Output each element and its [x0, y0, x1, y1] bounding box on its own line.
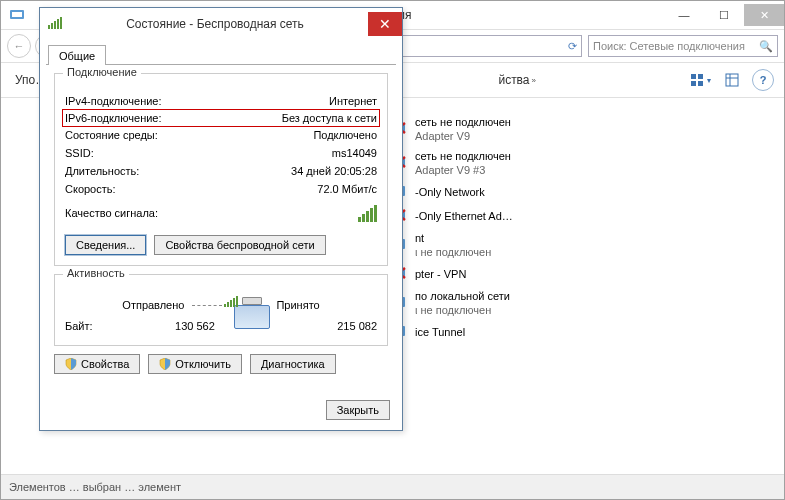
adapter-line1: сеть не подключен	[415, 149, 511, 163]
adapter-line2: ι не подключен	[415, 303, 510, 317]
close-button[interactable]: ✕	[744, 4, 784, 26]
search-box[interactable]: Поиск: Сетевые подключения 🔍	[588, 35, 778, 57]
duration-label: Длительность:	[65, 163, 139, 179]
network-adapter-item[interactable]: по локальной сетиι не подключен	[389, 286, 784, 320]
ipv4-label: IPv4-подключение:	[65, 93, 162, 109]
network-adapter-item[interactable]: сеть не подключенAdapter V9	[389, 112, 784, 146]
dialog-titlebar: Состояние - Беспроводная сеть ✕	[40, 8, 402, 40]
minimize-button[interactable]: —	[664, 4, 704, 26]
app-icon	[9, 7, 25, 23]
adapter-line1: по локальной сети	[415, 289, 510, 303]
connection-group: Подключение IPv4-подключение:Интернет IP…	[54, 73, 388, 266]
shield-icon	[159, 358, 171, 370]
status-bar: Элементов … выбран … элемент	[1, 474, 784, 499]
details-button[interactable]: Сведения...	[65, 235, 146, 255]
speed-label: Скорость:	[65, 181, 116, 197]
activity-group: Активность Отправлено Принято Байт: 130 …	[54, 274, 388, 346]
search-placeholder: Поиск: Сетевые подключения	[593, 40, 759, 52]
ipv6-value: Без доступа к сети	[282, 110, 377, 126]
adapter-line2: Adapter V9 #3	[415, 163, 511, 177]
status-dialog: Состояние - Беспроводная сеть ✕ Общие По…	[39, 7, 403, 431]
shield-icon	[65, 358, 77, 370]
signal-icon	[48, 17, 62, 31]
adapter-line1: сеть не подключен	[415, 115, 511, 129]
bytes-label: Байт:	[65, 318, 93, 334]
activity-line-left	[192, 305, 222, 306]
adapter-text: -Only Ethernet Ad…	[415, 209, 513, 223]
window-controls: — ☐ ✕	[664, 4, 784, 26]
dialog-footer: Закрыть	[40, 390, 402, 430]
view-details-button[interactable]	[720, 68, 744, 92]
network-adapter-item[interactable]: ntι не подключен	[389, 228, 784, 262]
tab-general[interactable]: Общие	[48, 45, 106, 65]
network-connections-window: Сетевые подключения — ☐ ✕ ← → ▾ ↑ ⟳ Поис…	[0, 0, 785, 500]
ssid-label: SSID:	[65, 145, 94, 161]
ipv6-row-highlight: IPv6-подключение:Без доступа к сети	[62, 109, 380, 127]
adapter-text: ntι не подключен	[415, 231, 491, 259]
adapter-text: ice Tunnel	[415, 325, 465, 339]
maximize-button[interactable]: ☐	[704, 4, 744, 26]
speed-value: 72.0 Мбит/с	[317, 181, 377, 197]
signal-quality-bars	[358, 205, 377, 226]
devices-menu[interactable]: йства »	[490, 69, 544, 91]
ipv4-value: Интернет	[329, 93, 377, 109]
dialog-close-button[interactable]: ✕	[368, 12, 402, 36]
properties-button[interactable]: Свойства	[54, 354, 140, 374]
duration-value: 34 дней 20:05:28	[291, 163, 377, 179]
svg-rect-3	[691, 74, 696, 79]
dialog-body: Подключение IPv4-подключение:Интернет IP…	[46, 64, 396, 384]
dialog-tabs: Общие	[40, 40, 402, 64]
adapter-line2: ι не подключен	[415, 245, 491, 259]
bytes-sent: 130 562	[93, 318, 338, 334]
wireless-properties-button[interactable]: Свойства беспроводной сети	[154, 235, 325, 255]
adapter-text: pter - VPN	[415, 267, 466, 281]
adapter-line1: ice Tunnel	[415, 325, 465, 339]
status-text: Элементов … выбран … элемент	[9, 481, 181, 493]
svg-rect-6	[698, 81, 703, 86]
recv-label: Принято	[276, 299, 319, 311]
adapter-line1: -Only Network	[415, 185, 485, 199]
refresh-icon[interactable]: ⟳	[568, 40, 577, 53]
media-value: Подключено	[313, 127, 377, 143]
adapter-line2: Adapter V9	[415, 129, 511, 143]
network-adapter-item[interactable]: сеть не подключенAdapter V9 #3	[389, 146, 784, 180]
bytes-recv: 215 082	[337, 318, 377, 334]
network-adapter-item[interactable]: ice Tunnel	[389, 320, 784, 344]
adapter-text: сеть не подключенAdapter V9	[415, 115, 511, 143]
disable-button[interactable]: Отключить	[148, 354, 242, 374]
search-icon[interactable]: 🔍	[759, 40, 773, 53]
help-button[interactable]: ?	[752, 69, 774, 91]
svg-rect-7	[726, 74, 738, 86]
svg-rect-4	[698, 74, 703, 79]
view-icons-button[interactable]: ▾	[688, 68, 712, 92]
svg-rect-5	[691, 81, 696, 86]
network-adapter-item[interactable]: pter - VPN	[389, 262, 784, 286]
adapter-text: сеть не подключенAdapter V9 #3	[415, 149, 511, 177]
adapter-text: по локальной сетиι не подключен	[415, 289, 510, 317]
ssid-value: ms14049	[332, 145, 377, 161]
network-adapter-item[interactable]: -Only Network	[389, 180, 784, 204]
sent-label: Отправлено	[122, 299, 184, 311]
adapter-line1: -Only Ethernet Ad…	[415, 209, 513, 223]
diagnose-button[interactable]: Диагностика	[250, 354, 336, 374]
adapter-line1: nt	[415, 231, 491, 245]
connection-group-label: Подключение	[63, 66, 141, 78]
close-dialog-button[interactable]: Закрыть	[326, 400, 390, 420]
back-button[interactable]: ←	[7, 34, 31, 58]
network-adapter-item[interactable]: -Only Ethernet Ad…	[389, 204, 784, 228]
dialog-title: Состояние - Беспроводная сеть	[62, 17, 368, 31]
adapter-text: -Only Network	[415, 185, 485, 199]
svg-rect-1	[12, 12, 22, 17]
adapter-line1: pter - VPN	[415, 267, 466, 281]
ipv6-label: IPv6-подключение:	[65, 110, 162, 126]
activity-group-label: Активность	[63, 267, 129, 279]
signal-quality-label: Качество сигнала:	[65, 205, 158, 226]
chevron-menu: »	[532, 76, 536, 85]
media-label: Состояние среды:	[65, 127, 158, 143]
